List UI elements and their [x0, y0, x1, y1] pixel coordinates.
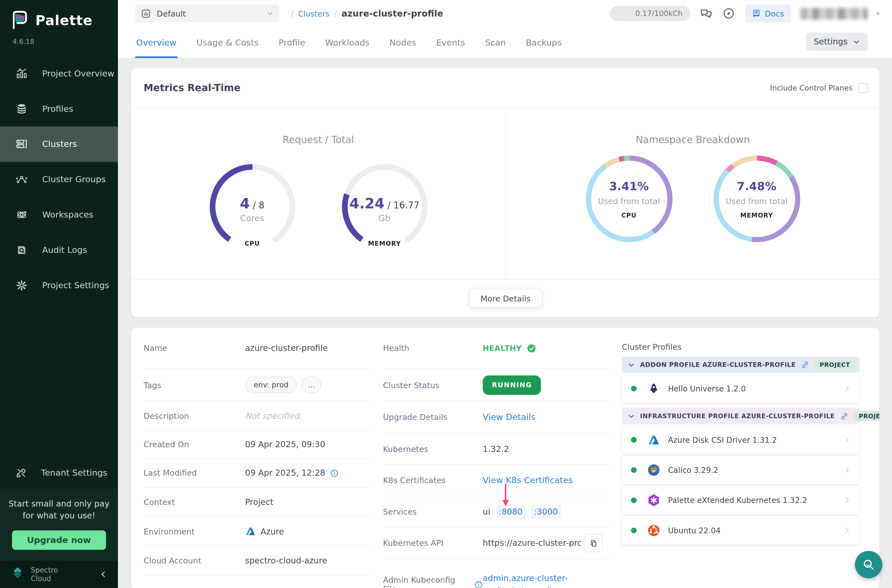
sidebar-item-label: Project Overview	[42, 69, 115, 79]
status-dot	[631, 528, 637, 533]
usage-counter-badge: 0.17/100kCh	[610, 6, 690, 21]
search-fab-button[interactable]	[855, 551, 882, 578]
cluster-details-card: Name azure-cluster-profile Tags env: pro…	[131, 328, 880, 588]
sidebar-item-cluster-groups[interactable]: Cluster Groups	[0, 162, 118, 197]
app-title: Palette	[35, 12, 93, 28]
tab-usage-costs[interactable]: Usage & Costs	[195, 27, 260, 58]
detail-row-upgrade-details: Upgrade Details View Details	[383, 401, 610, 434]
row-label: Description	[144, 411, 245, 420]
donut-caption: Used from total	[586, 196, 673, 206]
metrics-charts: Request / Total 4 / 8 Cores CPU 4.24 / 1…	[131, 108, 880, 279]
info-icon[interactable]	[330, 469, 338, 477]
info-icon[interactable]	[474, 580, 483, 588]
settings-button[interactable]: Settings	[806, 33, 868, 51]
tab-events[interactable]: Events	[435, 27, 466, 58]
row-label: Created On	[144, 440, 245, 449]
azure-icon	[647, 433, 661, 447]
cpu-request-total-gauge: 4 / 8 Cores CPU	[204, 162, 301, 251]
topbar: Default / Clusters / azure-cluster-profi…	[118, 0, 892, 27]
status-dot	[631, 498, 637, 503]
running-status-badge: RUNNING	[483, 375, 541, 394]
profile-layer-calico-3-29-2[interactable]: Calico 3.29.2	[622, 456, 860, 484]
detail-row-architecture: Architecture AMD64	[144, 576, 370, 588]
tab-nodes[interactable]: Nodes	[388, 27, 417, 58]
sidebar-item-profiles[interactable]: Profiles	[0, 91, 118, 126]
logo-row: Palette	[0, 0, 118, 32]
row-value: Azure	[260, 527, 284, 536]
profile-layer-ubuntu-22-04[interactable]: Ubuntu 22.04	[622, 516, 860, 544]
row-label: Cluster Status	[383, 380, 483, 390]
sidebar-item-project-settings[interactable]: Project Settings	[0, 268, 118, 303]
profile-section-header[interactable]: ADDON PROFILE AZURE-CLUSTER-PROFILE PROJ…	[622, 357, 860, 373]
gauge-unit: Gb	[336, 213, 433, 224]
namespace-breakdown-memory-donut: 7.48% Used from total MEMORY	[713, 155, 800, 242]
tag-overflow-pill[interactable]: ...	[302, 376, 321, 393]
admin-kubeconfig-link[interactable]: admin.azure-cluster- profile.kubeconfig	[483, 572, 568, 588]
tab-profile[interactable]: Profile	[278, 27, 306, 58]
status-dot	[631, 467, 637, 473]
row-label: Name	[144, 344, 245, 353]
hello-universe-icon	[647, 382, 661, 396]
sidebar-item-audit-logs[interactable]: Audit Logs	[0, 232, 118, 268]
detail-row-kubernetes-api: Kubernetes API https://azure-cluster-pro…	[383, 528, 610, 559]
view-details-link[interactable]: View Details	[483, 412, 536, 422]
tab-overview[interactable]: Overview	[135, 27, 177, 58]
breadcrumb-clusters-link[interactable]: Clusters	[298, 9, 329, 18]
spectro-cloud-logo-icon	[10, 567, 25, 582]
row-label: Kubernetes API	[383, 538, 483, 548]
service-port-3000-link[interactable]: :3000	[531, 505, 561, 519]
compass-icon[interactable]	[722, 7, 736, 20]
profile-layer-palette-extended-kubernetes-1-32-2[interactable]: Palette eXtended Kubernetes 1.32.2	[622, 486, 860, 514]
azure-icon	[245, 526, 256, 537]
topbar-right: 0.17/100kCh	[610, 5, 880, 22]
donut-percent: 7.48%	[713, 179, 800, 193]
sidebar-item-workspaces[interactable]: Workspaces	[0, 197, 118, 232]
chevron-down-icon	[266, 10, 274, 17]
upgrade-promo: Start small and only pay for what you us…	[0, 489, 118, 560]
user-menu-dot	[877, 12, 879, 15]
tab-bar: OverviewUsage & CostsProfileWorkloadsNod…	[118, 27, 892, 58]
donut-label: MEMORY	[713, 212, 800, 219]
sidebar-item-label: Tenant Settings	[41, 467, 107, 478]
ubuntu-icon	[647, 524, 661, 537]
chat-icon[interactable]	[699, 7, 713, 20]
brand-name: Spectro Cloud	[31, 566, 58, 583]
breadcrumb-current: azure-cluster-profile	[341, 8, 443, 18]
profile-layer-hello-universe-1-2-0[interactable]: Hello Universe 1.2.0	[622, 374, 860, 403]
include-control-planes-checkbox[interactable]	[858, 83, 868, 93]
row-value: 09 Apr 2025, 09:30	[245, 440, 325, 449]
gauge-caption: CPU	[204, 240, 301, 248]
metrics-title: Metrics Real-Time	[144, 82, 240, 93]
tag-pill[interactable]: env: prod	[245, 376, 297, 393]
view-k8s-certificates-link[interactable]: View K8s Certificates	[483, 475, 573, 485]
sidebar: Palette 4.6.18 Project OverviewProfilesC…	[0, 0, 118, 588]
chevron-down-icon	[628, 361, 635, 368]
tab-scan[interactable]: Scan	[484, 27, 507, 58]
user-account-blurred[interactable]	[800, 8, 868, 19]
sidebar-item-clusters[interactable]: Clusters	[0, 126, 118, 162]
sidebar-item-tenant-settings[interactable]: Tenant Settings	[0, 457, 118, 489]
profile-layer-label: Hello Universe 1.2.0	[668, 384, 746, 393]
chevron-left-icon[interactable]	[100, 570, 108, 578]
detail-row-admin-kubeconfig: Admin Kubeconfig File admin.azure-cluste…	[383, 559, 610, 588]
sidebar-item-project-overview[interactable]: Project Overview	[0, 56, 118, 91]
row-label: Services	[383, 507, 483, 516]
status-dot	[631, 437, 637, 443]
upgrade-now-button[interactable]: Upgrade now	[12, 530, 106, 550]
row-label: Cloud Account	[144, 556, 245, 565]
chevron-right-icon	[843, 436, 851, 444]
profile-section-header[interactable]: INFRASTRUCTURE PROFILE AZURE-CLUSTER-PRO…	[622, 408, 860, 424]
profile-layer-azure-disk-csi-driver-1-31-2[interactable]: Azure Disk CSI Driver 1.31.2	[622, 426, 860, 454]
docs-button[interactable]: Docs	[745, 5, 791, 22]
main-area: Default / Clusters / azure-cluster-profi…	[118, 0, 892, 588]
more-details-button[interactable]: More Details	[470, 289, 541, 307]
service-port-8080-link[interactable]: :8080	[496, 505, 526, 519]
copy-icon[interactable]	[584, 534, 602, 552]
project-settings-icon	[15, 279, 29, 292]
tab-backups[interactable]: Backups	[525, 27, 563, 58]
donut-percent: 3.41%	[586, 179, 673, 193]
project-selector[interactable]: Default	[135, 5, 279, 22]
promo-text: Start small and only pay for what you us…	[8, 498, 110, 523]
tab-workloads[interactable]: Workloads	[324, 27, 371, 58]
request-total-title: Request / Total	[131, 134, 506, 145]
